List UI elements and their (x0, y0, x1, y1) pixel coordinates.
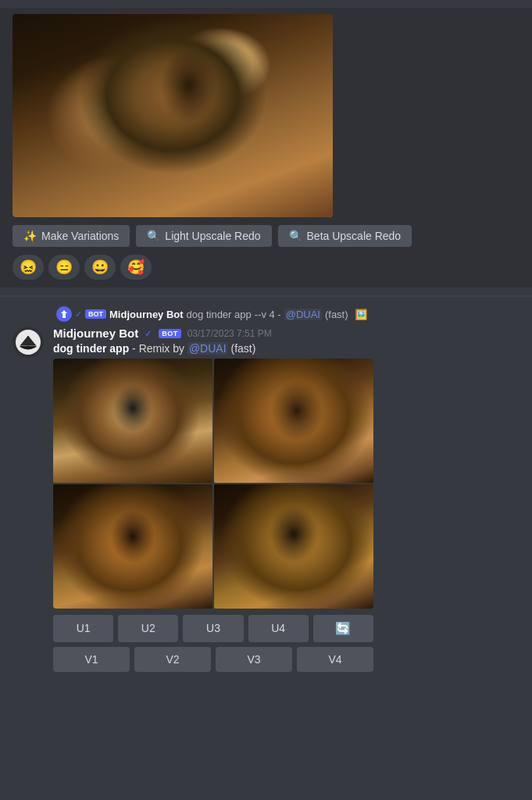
mini-prompt-header: ✓ BOT Midjourney Bot dog tinder app --v … (12, 306, 520, 322)
emoji-reactions-row: 😖 😑 😀 🥰 (0, 250, 532, 288)
verified-check-icon: ✓ (145, 328, 152, 339)
magnifier-icon-light: 🔍 (147, 230, 160, 242)
v1-button[interactable]: V1 (53, 647, 130, 672)
speed-mini: (fast) (325, 309, 348, 320)
mini-avatar (56, 306, 72, 322)
mini-avatar-icon (59, 309, 69, 319)
magnifier-icon-beta: 🔍 (289, 230, 302, 242)
refresh-icon: 🔄 (335, 621, 351, 636)
bot-name-mini: Midjourney Bot (109, 309, 184, 320)
emoji-reaction-2[interactable]: 😑 (48, 255, 80, 280)
sparkle-icon: ✨ (23, 230, 37, 242)
emoji-reaction-1[interactable]: 😖 (12, 255, 44, 280)
bot-badge-mini: BOT (85, 309, 106, 319)
beta-upscale-redo-button[interactable]: 🔍 Beta Upscale Redo (278, 225, 412, 247)
message-text-content: Midjourney Bot ✓ BOT 03/17/2023 7:51 PM … (53, 327, 520, 677)
make-variations-label: Make Variations (41, 230, 119, 242)
prompt-text-mini: dog tinder app (187, 309, 252, 320)
v-buttons-row: V1 V2 V3 V4 (53, 647, 373, 672)
message-block-2: ✓ BOT Midjourney Bot dog tinder app --v … (0, 297, 532, 686)
emoji-3: 😀 (91, 259, 109, 276)
message-with-avatar: Midjourney Bot ✓ BOT 03/17/2023 7:51 PM … (12, 327, 520, 677)
make-variations-button[interactable]: ✨ Make Variations (12, 225, 130, 247)
u4-button[interactable]: U4 (248, 615, 309, 642)
u2-button[interactable]: U2 (118, 615, 178, 642)
refresh-button[interactable]: 🔄 (313, 615, 373, 642)
bot-badge-label: BOT (159, 329, 181, 338)
prompt-mention[interactable]: @DUAI (187, 342, 228, 355)
prompt-suffix-mini: --v 4 - (255, 309, 281, 320)
upscaled-dog-image (12, 14, 333, 217)
u1-button[interactable]: U1 (53, 615, 113, 642)
v3-button[interactable]: V3 (216, 647, 292, 672)
beta-upscale-redo-label: Beta Upscale Redo (307, 230, 402, 242)
dog-grid-image (53, 359, 373, 609)
action-buttons-row: ✨ Make Variations 🔍 Light Upscale Redo 🔍… (0, 217, 532, 250)
message-prompt-line: dog tinder app - Remix by @DUAI (fast) (53, 341, 520, 357)
bot-avatar (12, 327, 44, 358)
v2-button[interactable]: V2 (134, 647, 211, 672)
prompt-bold-text: dog tinder app (53, 342, 129, 355)
grid-cell-2 (214, 359, 373, 483)
grid-cell-4 (214, 484, 373, 609)
main-image-area (0, 8, 532, 217)
emoji-reaction-3[interactable]: 😀 (84, 255, 116, 280)
message-timestamp: 03/17/2023 7:51 PM (187, 328, 272, 339)
prompt-speed-text: (fast) (230, 342, 255, 355)
verified-checkmark-mini: ✓ (75, 309, 82, 320)
bot-display-name: Midjourney Bot (53, 327, 138, 340)
boat-logo-svg (16, 330, 41, 355)
emoji-1: 😖 (20, 259, 37, 276)
emoji-2: 😑 (55, 259, 73, 276)
message-meta-row: Midjourney Bot ✓ BOT 03/17/2023 7:51 PM (53, 327, 520, 340)
mention-user-mini[interactable]: @DUAI (284, 309, 322, 320)
u3-button[interactable]: U3 (183, 615, 243, 642)
grid-cell-3 (53, 484, 212, 609)
prompt-remix-text: - Remix by (132, 342, 187, 355)
image-icon-mini: 🖼️ (355, 309, 367, 320)
light-upscale-redo-button[interactable]: 🔍 Light Upscale Redo (136, 225, 271, 247)
dog-illustration (12, 14, 333, 217)
u-buttons-row: U1 U2 U3 U4 🔄 (53, 615, 373, 642)
emoji-reaction-4[interactable]: 🥰 (120, 255, 152, 280)
light-upscale-redo-label: Light Upscale Redo (165, 230, 260, 242)
emoji-4: 🥰 (127, 259, 145, 276)
message-block-1: ✨ Make Variations 🔍 Light Upscale Redo 🔍… (0, 0, 532, 296)
v4-button[interactable]: V4 (297, 647, 373, 672)
grid-cell-1 (53, 359, 212, 483)
